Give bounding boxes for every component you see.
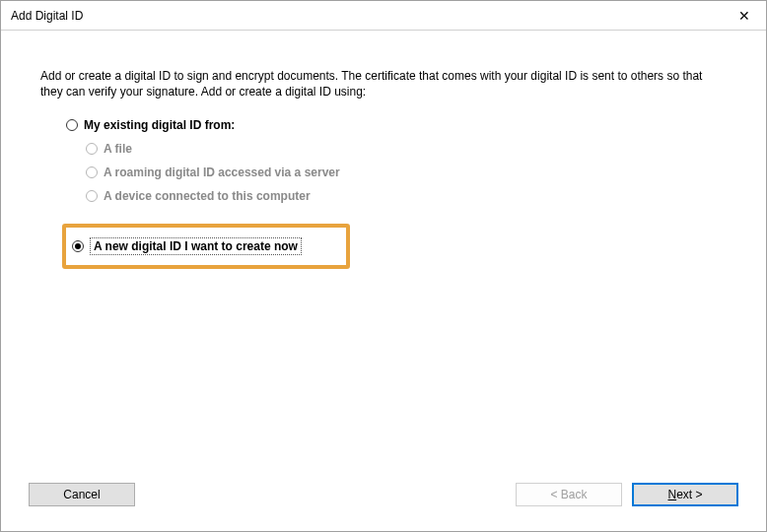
intro-text: Add or create a digital ID to sign and e… — [40, 68, 727, 100]
radio-icon — [86, 166, 98, 178]
radio-sub-device-label: A device connected to this computer — [104, 189, 311, 203]
radio-new-label: A new digital ID I want to create now — [90, 237, 302, 255]
radio-sub-device: A device connected to this computer — [86, 184, 727, 208]
button-bar: Cancel < Back Next > — [1, 472, 766, 531]
radio-icon — [66, 119, 78, 131]
titlebar: Add Digital ID ✕ — [1, 1, 766, 31]
dialog-content: Add or create a digital ID to sign and e… — [1, 31, 766, 472]
radio-sub-file: A file — [86, 137, 727, 161]
radio-sub-roaming-label: A roaming digital ID accessed via a serv… — [104, 166, 340, 179]
radio-icon-selected — [72, 240, 84, 252]
options-group: My existing digital ID from: A file A ro… — [40, 113, 727, 208]
radio-sub-roaming: A roaming digital ID accessed via a serv… — [86, 161, 727, 184]
radio-new-id[interactable]: A new digital ID I want to create now — [72, 237, 340, 255]
radio-existing-id[interactable]: My existing digital ID from: — [66, 113, 727, 137]
radio-icon — [86, 143, 98, 155]
radio-sub-file-label: A file — [104, 142, 132, 156]
cancel-button[interactable]: Cancel — [29, 483, 135, 506]
back-button: < Back — [516, 483, 622, 506]
radio-existing-label: My existing digital ID from: — [84, 118, 235, 132]
close-button[interactable]: ✕ — [722, 1, 766, 31]
radio-icon — [86, 190, 98, 202]
dialog-title: Add Digital ID — [11, 9, 83, 23]
highlight-box: A new digital ID I want to create now — [62, 224, 350, 269]
add-digital-id-dialog: Add Digital ID ✕ Add or create a digital… — [0, 0, 767, 532]
close-icon: ✕ — [738, 8, 750, 24]
next-button-label: Next > — [667, 488, 702, 501]
next-button[interactable]: Next > — [632, 483, 738, 506]
